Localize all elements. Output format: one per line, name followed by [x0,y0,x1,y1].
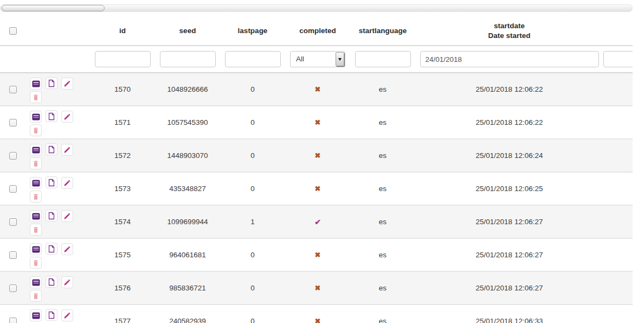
row-actions-cell [26,139,90,172]
file-icon [48,145,55,154]
file-icon [48,179,55,187]
view-file-button[interactable] [46,276,57,288]
lastpage-filter-input[interactable] [225,51,281,67]
response-row: 1577 240582939 0 ✖ es 25/01/2018 12:06:3… [0,305,633,323]
filter-row: All [0,46,633,73]
delete-response-button[interactable] [30,257,42,269]
column-header-id[interactable]: id [90,16,155,46]
extra-filter-input[interactable] [603,51,633,67]
select-dropdown-button[interactable] [336,52,344,66]
startlanguage-filter-input[interactable] [355,51,411,67]
seed-filter-input[interactable] [160,51,216,67]
row-select-checkbox[interactable] [9,218,17,226]
card-icon [32,312,40,319]
row-select-checkbox[interactable] [9,318,17,323]
column-header-startdate[interactable]: startdate Date started [415,16,603,46]
column-header-seed[interactable]: seed [155,16,220,46]
cell-startlanguage: es [350,271,415,305]
completed-mark: ✖ [315,284,321,292]
row-select-checkbox[interactable] [9,251,17,259]
edit-response-button[interactable] [61,78,73,90]
completed-mark: ✖ [315,251,321,259]
trash-icon [32,292,40,300]
view-file-button[interactable] [46,143,57,155]
scrollbar-thumb[interactable] [2,5,105,11]
view-file-button[interactable] [46,210,57,221]
view-file-button[interactable] [46,110,57,122]
view-file-button[interactable] [46,77,57,89]
cell-seed: 1448903070 [155,139,220,172]
scrollbar-track[interactable] [0,4,633,12]
edit-response-button[interactable] [61,144,73,156]
view-response-button[interactable] [30,243,42,255]
row-select-cell [0,73,26,106]
view-response-button[interactable] [30,309,42,321]
startdate-filter-input[interactable] [420,51,599,67]
row-select-cell [0,238,26,271]
card-icon [32,80,40,87]
row-select-cell [0,172,26,205]
view-response-button[interactable] [30,276,42,288]
cell-lastpage: 0 [220,305,285,323]
delete-response-button[interactable] [30,290,42,302]
edit-response-button[interactable] [61,243,73,255]
startdate-sublabel: Date started [415,31,603,41]
view-file-button[interactable] [46,309,57,321]
row-select-checkbox[interactable] [9,185,17,193]
column-header-startlanguage[interactable]: startlanguage [350,16,415,46]
response-row: 1571 1057545390 0 ✖ es 25/01/2018 12:06:… [0,106,633,139]
id-filter-input[interactable] [95,51,151,67]
view-response-button[interactable] [30,78,42,90]
cell-lastpage: 1 [220,205,285,238]
delete-response-button[interactable] [30,191,42,202]
card-icon [32,213,40,220]
view-file-button[interactable] [46,176,57,188]
cell-startdate: 25/01/2018 12:06:22 [415,73,603,106]
pencil-icon [63,212,71,220]
view-response-button[interactable] [30,144,42,156]
cell-extra [603,205,633,238]
column-header-lastpage[interactable]: lastpage [220,16,285,46]
cell-seed: 1048926666 [155,73,220,106]
cell-seed: 985836721 [155,271,220,305]
cell-lastpage: 0 [220,271,285,305]
cell-id: 1572 [90,139,155,172]
row-actions-cell [26,271,90,305]
row-select-checkbox[interactable] [9,152,17,160]
horizontal-scrollbar[interactable] [0,0,633,16]
row-select-checkbox[interactable] [9,119,17,126]
row-select-cell [0,271,26,305]
cell-lastpage: 0 [220,238,285,271]
row-select-checkbox[interactable] [9,86,17,93]
row-actions-cell [26,106,90,139]
response-row: 1575 964061681 0 ✖ es 25/01/2018 12:06:2… [0,238,633,271]
file-icon [48,212,55,220]
card-icon [32,180,40,187]
response-row: 1574 1099699944 1 ✔ es 25/01/2018 12:06:… [0,205,633,238]
cell-id: 1573 [90,172,155,205]
delete-response-button[interactable] [30,157,42,169]
edit-response-button[interactable] [61,111,73,123]
edit-response-button[interactable] [61,210,73,222]
delete-response-button[interactable] [30,91,42,103]
completed-mark: ✖ [315,118,321,126]
view-file-button[interactable] [46,243,57,255]
row-select-checkbox[interactable] [9,284,17,292]
column-header-completed[interactable]: completed [285,16,350,46]
cell-seed: 240582939 [155,305,220,323]
row-select-cell [0,106,26,139]
delete-response-button[interactable] [30,124,42,136]
view-response-button[interactable] [30,210,42,222]
responses-table: id seed lastpage completed startlanguage… [0,16,633,323]
edit-response-button[interactable] [61,177,73,189]
completed-filter-select[interactable]: All [290,51,345,67]
edit-response-button[interactable] [61,309,73,321]
edit-response-button[interactable] [61,276,73,288]
select-all-checkbox[interactable] [9,27,17,35]
view-response-button[interactable] [30,177,42,189]
pencil-icon [63,80,71,87]
file-icon [48,79,55,87]
trash-icon [32,226,40,233]
delete-response-button[interactable] [30,224,42,236]
view-response-button[interactable] [30,111,42,123]
